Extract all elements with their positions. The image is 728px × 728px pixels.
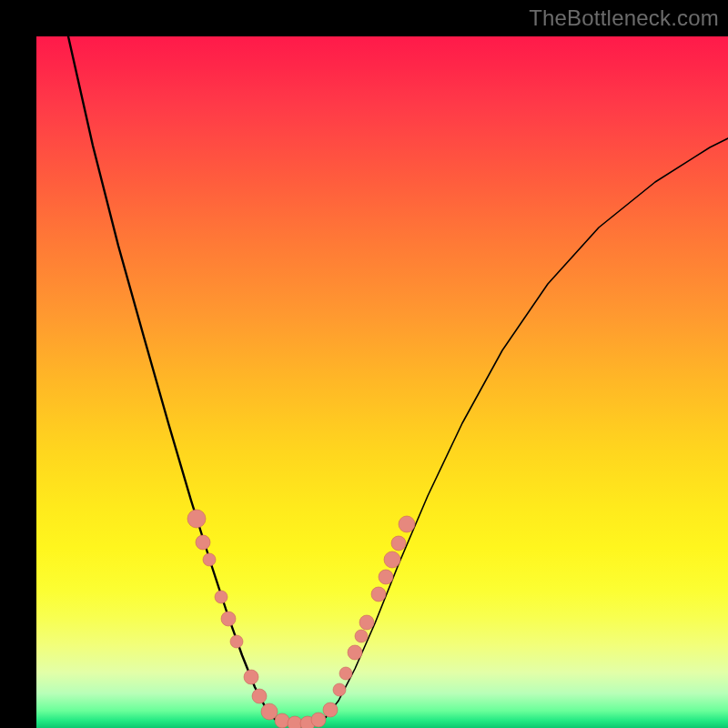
data-marker [252, 689, 267, 703]
data-marker [323, 703, 338, 717]
data-marker [196, 535, 210, 550]
data-marker [359, 615, 374, 630]
data-marker [333, 683, 346, 696]
data-marker [311, 713, 326, 727]
data-marker [203, 553, 216, 566]
data-marker [221, 612, 236, 626]
data-marker [371, 587, 386, 602]
data-marker [275, 713, 289, 728]
data-marker [399, 516, 415, 532]
data-marker [348, 645, 362, 660]
watermark-text: TheBottleneck.com [529, 5, 719, 31]
data-marker [379, 570, 393, 584]
data-marker [384, 551, 400, 568]
curve-group [68, 36, 728, 724]
data-marker [187, 510, 206, 528]
data-marker [288, 716, 302, 728]
data-marker [391, 536, 406, 551]
plot-area [36, 36, 728, 728]
data-marker [261, 703, 278, 720]
data-marker [339, 667, 352, 680]
chart-svg [36, 36, 728, 728]
marker-group [187, 510, 415, 728]
data-marker [230, 635, 243, 648]
data-marker [355, 630, 368, 642]
data-marker [215, 591, 228, 603]
chart-frame: TheBottleneck.com [0, 0, 728, 728]
data-marker [244, 670, 258, 684]
